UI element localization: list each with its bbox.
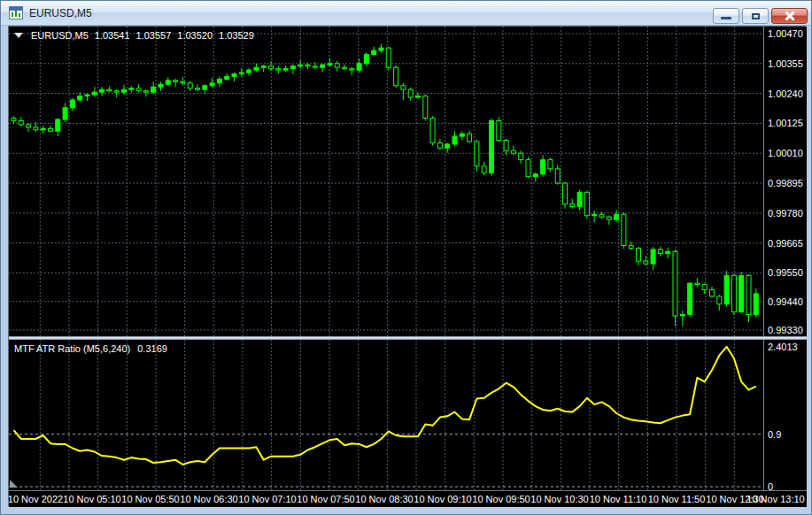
indicator-axis-label: 0.9 bbox=[768, 429, 781, 440]
time-axis-label: 10 Nov 09:50 bbox=[472, 494, 530, 504]
candle bbox=[269, 61, 274, 71]
time-axis-label: 10 Nov 11:50 bbox=[648, 494, 706, 504]
indicator-axis[interactable]: 2.40130.90 bbox=[763, 340, 807, 490]
candle bbox=[651, 247, 655, 270]
candle bbox=[702, 283, 707, 294]
candle bbox=[622, 212, 626, 249]
candle bbox=[437, 139, 442, 150]
restore-button[interactable] bbox=[742, 8, 769, 24]
candle bbox=[49, 126, 53, 133]
candle bbox=[555, 165, 560, 184]
candle bbox=[129, 86, 134, 92]
subwindow-resize-grip[interactable] bbox=[10, 480, 18, 488]
price-axis-label: 1.00355 bbox=[768, 58, 803, 69]
candle bbox=[247, 68, 251, 76]
candle bbox=[423, 95, 428, 121]
titlebar[interactable]: EURUSD,M5 bbox=[1, 1, 811, 26]
symbol-name: EURUSD,M5 bbox=[31, 30, 89, 41]
candle bbox=[379, 44, 383, 53]
candle bbox=[599, 211, 604, 219]
time-axis-label: 10 Nov 2022 bbox=[8, 494, 63, 504]
time-axis-label: 10 Nov 08:30 bbox=[355, 494, 413, 504]
candle bbox=[254, 64, 259, 72]
chart-client-area: EURUSD,M5 1.03541 1.03557 1.03520 1.0352… bbox=[8, 26, 806, 506]
price-axis[interactable]: 1.004701.003551.002401.001251.000100.998… bbox=[763, 27, 807, 336]
candle bbox=[577, 189, 582, 211]
time-axis-label: 10 Nov 07:10 bbox=[238, 494, 296, 504]
candle bbox=[364, 52, 368, 66]
price-axis-label: 0.99665 bbox=[768, 238, 803, 249]
candle bbox=[357, 59, 361, 73]
price-axis-label: 0.99780 bbox=[768, 208, 803, 219]
indicator-canvas[interactable] bbox=[9, 340, 763, 490]
candle bbox=[511, 145, 515, 155]
candle bbox=[717, 295, 722, 311]
symbol-dropdown-icon[interactable] bbox=[14, 33, 23, 38]
candle bbox=[151, 81, 156, 94]
candle bbox=[305, 63, 310, 69]
candle bbox=[394, 65, 398, 88]
candle bbox=[430, 116, 435, 145]
candle bbox=[19, 117, 23, 127]
candle bbox=[196, 84, 200, 91]
candle bbox=[533, 173, 537, 182]
price-axis-label: 1.00470 bbox=[768, 28, 803, 39]
ohlc-open: 1.03541 bbox=[95, 30, 130, 41]
candle bbox=[607, 215, 611, 225]
close-icon bbox=[772, 9, 807, 23]
candle bbox=[166, 77, 170, 85]
price-axis-label: 0.99440 bbox=[768, 296, 803, 307]
time-axis-label: 10 Nov 06:30 bbox=[180, 494, 237, 504]
minimize-icon bbox=[721, 17, 731, 19]
candle bbox=[746, 274, 751, 322]
symbol-header: EURUSD,M5 1.03541 1.03557 1.03520 1.0352… bbox=[14, 30, 254, 41]
indicator-header: MTF ATR Ratio (M5,6,240) 0.3169 bbox=[14, 343, 167, 354]
candle bbox=[283, 65, 288, 71]
candle bbox=[210, 78, 214, 88]
candle bbox=[401, 83, 406, 100]
candle bbox=[504, 139, 508, 156]
chart-icon bbox=[9, 6, 23, 19]
time-axis-label: 10 Nov 05:50 bbox=[121, 494, 179, 504]
close-button[interactable] bbox=[771, 8, 808, 24]
candle bbox=[343, 65, 347, 70]
candle bbox=[526, 157, 530, 178]
time-axis-label: 10 Nov 11:10 bbox=[590, 494, 647, 504]
candle bbox=[408, 88, 413, 101]
candle bbox=[321, 64, 325, 73]
candle bbox=[710, 287, 715, 297]
main-chart-panel[interactable]: EURUSD,M5 1.03541 1.03557 1.03520 1.0352… bbox=[9, 27, 763, 336]
candle bbox=[203, 84, 207, 94]
candle bbox=[335, 61, 339, 72]
candle bbox=[739, 272, 744, 313]
candle bbox=[372, 47, 376, 57]
candle bbox=[724, 271, 729, 307]
candle bbox=[114, 89, 119, 97]
price-axis-label: 0.99330 bbox=[768, 325, 803, 335]
candle bbox=[445, 142, 450, 152]
candle bbox=[548, 158, 553, 172]
candle bbox=[350, 67, 354, 75]
candle bbox=[680, 311, 684, 327]
candle bbox=[174, 79, 178, 87]
candle bbox=[56, 118, 60, 136]
indicator-panel[interactable]: MTF ATR Ratio (M5,6,240) 0.3169 bbox=[9, 340, 763, 490]
restore-icon bbox=[752, 13, 760, 19]
time-axis[interactable]: 10 Nov 202210 Nov 05:1010 Nov 05:5010 No… bbox=[9, 490, 807, 507]
candle bbox=[731, 273, 736, 315]
candle bbox=[70, 98, 74, 111]
candle bbox=[570, 199, 575, 209]
candlestick-canvas[interactable] bbox=[9, 27, 763, 336]
candle bbox=[673, 250, 677, 327]
price-axis-label: 1.00125 bbox=[768, 118, 803, 128]
candle bbox=[584, 191, 589, 219]
candle bbox=[136, 84, 141, 92]
candle bbox=[754, 288, 758, 318]
candle bbox=[107, 87, 112, 92]
minimize-button[interactable] bbox=[713, 8, 739, 24]
candle bbox=[497, 117, 501, 142]
candle bbox=[615, 210, 619, 222]
candle bbox=[41, 126, 45, 134]
price-axis-label: 1.00010 bbox=[768, 148, 803, 158]
candle bbox=[290, 65, 295, 74]
